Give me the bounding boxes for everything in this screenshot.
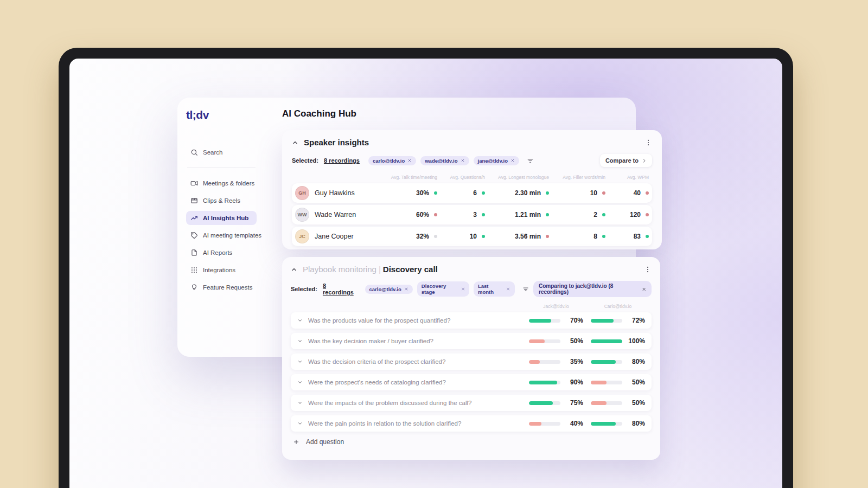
progress-right: 72% (591, 317, 645, 324)
stat-value: 10 (590, 189, 597, 197)
filter-chip[interactable]: Discovery stage (417, 281, 469, 297)
collapse-chevron-up-icon[interactable] (291, 266, 297, 273)
question-row[interactable]: Was the key decision maker / buyer clari… (291, 333, 652, 349)
speaker-row[interactable]: WW Wade Warren 60% 3 1.21 min 2 120 (292, 205, 652, 224)
laptop-frame: tl;dv Search Meetings & folders (59, 48, 793, 488)
question-row[interactable]: Was the products value for the prospect … (291, 312, 652, 329)
progress-percent: 50% (622, 378, 645, 386)
filter-chip[interactable]: wade@tldv.io (420, 156, 469, 165)
selected-count-link[interactable]: 8 recordings (323, 282, 356, 296)
column-header: Avg. Longest monologue (485, 175, 549, 180)
remove-chip-icon[interactable] (506, 287, 510, 291)
sidebar: tl;dv Search Meetings & folders (177, 98, 265, 357)
sidebar-item-label: AI Reports (203, 249, 232, 256)
stat-value: 30% (416, 189, 429, 197)
progress-percent: 50% (560, 337, 583, 345)
status-dot (646, 191, 649, 195)
speaker-name: Jane Cooper (315, 233, 354, 240)
speaker-row[interactable]: JC Jane Cooper 32% 10 3.56 min 8 83 (292, 227, 652, 246)
progress-percent: 72% (622, 317, 645, 324)
question-text: Was the decision criteria of the prospec… (308, 358, 529, 365)
report-icon (190, 249, 198, 256)
chevron-down-icon[interactable] (297, 338, 303, 344)
progress-fill (529, 422, 541, 426)
stat-value: 120 (630, 211, 641, 219)
chevron-down-icon[interactable] (297, 359, 303, 364)
comparing-badge[interactable]: Comparing to jack@tldv.io (8 recordings) (533, 281, 652, 297)
filter-lines-icon[interactable] (527, 157, 534, 164)
playbook-title: Playbook monitoring|Discovery call (303, 265, 438, 274)
progress-percent: 70% (560, 317, 583, 324)
filter-chip[interactable]: Last month (474, 281, 515, 297)
speaker-insights-title: Speaker insights (304, 138, 369, 147)
compare-to-button[interactable]: Compare to (600, 154, 652, 167)
add-question-button[interactable]: Add question (293, 438, 652, 446)
filter-chip[interactable]: jane@tldv.io (474, 156, 520, 165)
column-label-left: Jack@tldv.io (529, 304, 583, 309)
selected-count-link[interactable]: 8 recordings (324, 157, 360, 164)
search-button[interactable]: Search (186, 145, 257, 159)
question-row[interactable]: Was the decision criteria of the prospec… (291, 354, 652, 370)
sidebar-item-ai-insights-hub[interactable]: AI Insights Hub (186, 211, 257, 225)
remove-chip-icon[interactable] (407, 158, 412, 163)
stat-value: 1.21 min (515, 211, 541, 219)
question-text: Were the pain points in relation to the … (308, 420, 529, 427)
question-row[interactable]: Were the prospect's needs of cataloging … (291, 374, 652, 390)
progress-percent: 80% (622, 358, 645, 365)
progress-percent: 75% (560, 399, 583, 407)
sidebar-item-ai-reports[interactable]: AI Reports (186, 246, 257, 260)
column-header: Avg. WPM (605, 175, 649, 180)
collapse-chevron-up-icon[interactable] (292, 139, 298, 146)
progress-left: 50% (529, 337, 583, 345)
remove-chip-icon[interactable] (510, 158, 515, 163)
speaker-row[interactable]: GH Guy Hawkins 30% 6 2.30 min 10 40 (292, 183, 652, 203)
sidebar-item-label: Meetings & folders (203, 180, 254, 187)
progress-percent: 35% (560, 358, 583, 365)
progress-right: 100% (591, 337, 645, 345)
question-text: Was the key decision maker / buyer clari… (308, 338, 529, 344)
stat-value: 3 (473, 211, 477, 219)
plus-icon (293, 439, 299, 445)
chip-label: Discovery stage (422, 283, 458, 295)
progress-left: 75% (529, 399, 583, 407)
question-row[interactable]: Were the pain points in relation to the … (291, 415, 652, 432)
progress-right: 50% (591, 378, 645, 386)
remove-chip-icon[interactable] (461, 158, 465, 163)
search-icon (190, 149, 198, 156)
remove-comparison-icon[interactable] (642, 287, 646, 292)
remove-chip-icon[interactable] (404, 287, 409, 291)
filter-chip[interactable]: carlo@tldv.io (368, 156, 416, 165)
kebab-menu-icon[interactable] (644, 266, 652, 273)
chevron-down-icon[interactable] (297, 318, 303, 323)
sidebar-item-label: Feature Requests (203, 284, 252, 291)
filter-chip[interactable]: carlo@tldv.io (365, 285, 413, 294)
stat-value: 2 (593, 211, 597, 219)
status-dot (646, 235, 649, 238)
sidebar-item-clips-reels[interactable]: Clips & Reels (186, 194, 257, 208)
progress-left: 40% (529, 420, 583, 427)
status-dot (646, 213, 649, 216)
sidebar-divider (187, 167, 256, 168)
progress-fill (591, 360, 616, 364)
progress-percent: 100% (622, 337, 645, 345)
sidebar-item-ai-meeting-templates[interactable]: AI meeting templates (186, 228, 257, 242)
remove-chip-icon[interactable] (461, 287, 465, 291)
progress-fill (591, 401, 607, 405)
chevron-down-icon[interactable] (297, 380, 303, 385)
sidebar-item-feature-requests[interactable]: Feature Requests (186, 280, 257, 294)
progress-fill (529, 401, 553, 405)
stat-value: 8 (593, 233, 597, 240)
stat-value: 3.56 min (515, 233, 541, 240)
avatar: WW (295, 208, 309, 222)
sidebar-item-integrations[interactable]: Integrations (186, 263, 257, 277)
progress-percent: 90% (560, 378, 583, 386)
kebab-menu-icon[interactable] (644, 139, 652, 146)
chevron-down-icon[interactable] (297, 421, 303, 426)
stat-value: 2.30 min (515, 189, 541, 197)
filter-lines-icon[interactable] (522, 286, 529, 293)
lightbulb-icon (190, 284, 198, 291)
question-row[interactable]: Were the impacts of the problem discusse… (291, 395, 652, 411)
sidebar-item-meetings-folders[interactable]: Meetings & folders (186, 176, 257, 190)
video-camera-icon (190, 179, 198, 187)
chevron-down-icon[interactable] (297, 400, 303, 406)
